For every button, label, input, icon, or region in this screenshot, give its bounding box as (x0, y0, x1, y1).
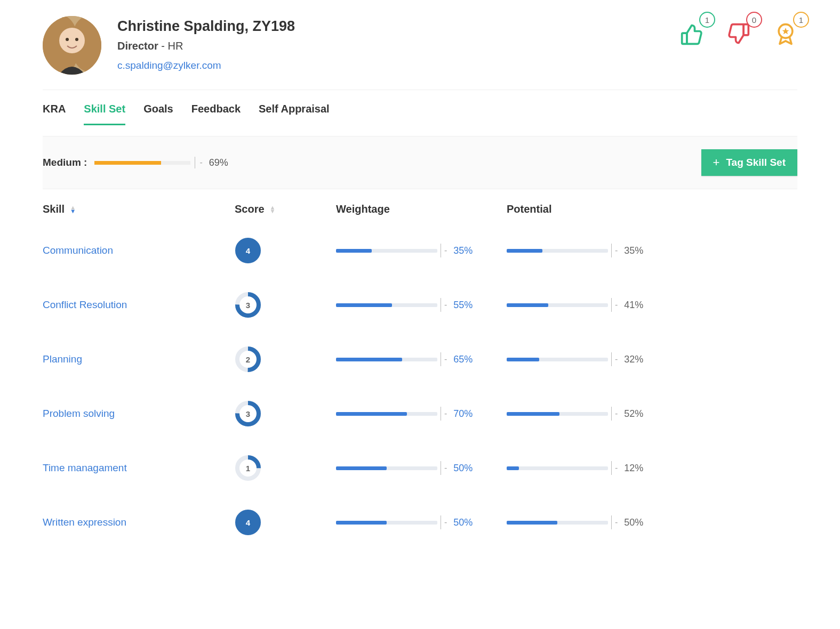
action-icons: 1 0 1 (680, 16, 797, 46)
profile-header: Christine Spalding, ZY198 Director - HR … (43, 16, 797, 90)
role-title: Director (117, 40, 158, 52)
tag-skill-set-button[interactable]: + Tag Skill Set (701, 149, 797, 176)
medium-fill (94, 161, 161, 165)
score-ring: 3 (235, 400, 261, 427)
th-weightage-label: Weightage (336, 203, 390, 215)
th-score[interactable]: Score ▲▼ (235, 203, 336, 215)
weightage-bar: - 55% (336, 298, 507, 312)
tabs: KRA Skill Set Goals Feedback Self Apprai… (43, 90, 797, 136)
person-role: Director - HR (117, 40, 680, 52)
weightage-bar: - 35% (336, 244, 507, 257)
potential-bar: - 41% (507, 298, 677, 312)
potential-bar: - 50% (507, 515, 677, 529)
medium-percent: 69% (209, 157, 228, 168)
table-row: Conflict Resolution 3 - 55% (43, 278, 797, 332)
role-dept: HR (167, 40, 183, 52)
dislike-count-badge: 0 (746, 12, 762, 28)
svg-rect-6 (682, 33, 687, 44)
weightage-value: 50% (453, 463, 473, 474)
score-ring: 2 (235, 346, 261, 373)
sort-icon: ▲▼ (70, 206, 76, 213)
score-ring: 4 (235, 509, 261, 536)
th-weightage: Weightage (336, 203, 507, 215)
skill-rows: Communication 4 - 35% - (43, 223, 797, 550)
skill-link[interactable]: Communication (43, 245, 113, 256)
tab-skill-set[interactable]: Skill Set (84, 103, 125, 125)
skill-link[interactable]: Written expression (43, 517, 126, 528)
th-skill[interactable]: Skill ▲▼ (43, 203, 235, 215)
potential-value: 32% (624, 354, 643, 365)
table-row: Problem solving 3 - 70% - (43, 386, 797, 441)
potential-value: 50% (624, 517, 643, 528)
weightage-bar: - 50% (336, 461, 507, 475)
plus-icon: + (713, 157, 720, 168)
score-value: 4 (239, 513, 257, 531)
svg-rect-7 (743, 25, 748, 35)
weightage-value: 35% (453, 245, 473, 256)
person-email[interactable]: c.spalding@zylker.com (117, 60, 680, 71)
avatar[interactable] (43, 16, 101, 75)
person-name: Christine Spalding, ZY198 (117, 18, 680, 35)
award-button[interactable]: 1 (774, 22, 797, 46)
skill-link[interactable]: Time managament (43, 462, 127, 473)
svg-point-5 (75, 38, 78, 41)
th-score-label: Score (235, 203, 265, 215)
potential-value: 12% (624, 463, 643, 474)
sort-icon: ▲▼ (270, 206, 276, 213)
weightage-value: 65% (453, 354, 473, 365)
table-header: Skill ▲▼ Score ▲▼ Weightage Potential (43, 189, 797, 223)
dislike-button[interactable]: 0 (727, 22, 750, 46)
svg-point-4 (66, 38, 69, 41)
like-count-badge: 1 (699, 12, 715, 28)
medium-track (94, 161, 190, 165)
score-value: 2 (235, 346, 261, 373)
medium-row: Medium : - 69% + Tag Skill Set (43, 136, 797, 189)
weightage-value: 70% (453, 408, 473, 420)
tab-kra[interactable]: KRA (43, 103, 66, 125)
table-row: Planning 2 - 65% - (43, 332, 797, 386)
weightage-bar: - 70% (336, 407, 507, 421)
potential-value: 35% (624, 245, 643, 256)
weightage-bar: - 50% (336, 515, 507, 529)
score-ring: 4 (235, 237, 261, 264)
skill-link[interactable]: Conflict Resolution (43, 299, 127, 310)
person-info: Christine Spalding, ZY198 Director - HR … (117, 16, 680, 71)
like-button[interactable]: 1 (680, 22, 703, 46)
tag-button-label: Tag Skill Set (726, 157, 786, 168)
score-value: 4 (239, 241, 257, 260)
weightage-value: 55% (453, 300, 473, 311)
potential-bar: - 35% (507, 244, 677, 257)
potential-value: 52% (624, 408, 643, 420)
potential-bar: - 12% (507, 461, 677, 475)
score-value: 1 (235, 455, 261, 481)
th-skill-label: Skill (43, 203, 65, 215)
medium-label: Medium : (43, 157, 87, 168)
role-separator: - (161, 40, 167, 52)
table-row: Time managament 1 - 50% - (43, 441, 797, 495)
weightage-value: 50% (453, 517, 473, 528)
score-ring: 1 (235, 455, 261, 481)
skill-link[interactable]: Problem solving (43, 408, 115, 419)
potential-bar: - 52% (507, 407, 677, 421)
table-row: Written expression 4 - 50% (43, 495, 797, 550)
th-potential: Potential (507, 203, 677, 215)
potential-value: 41% (624, 300, 643, 311)
score-ring: 3 (235, 292, 261, 318)
th-potential-label: Potential (507, 203, 551, 215)
skill-link[interactable]: Planning (43, 353, 82, 365)
weightage-bar: - 65% (336, 352, 507, 366)
dash: - (199, 158, 202, 167)
award-count-badge: 1 (793, 12, 809, 28)
tick-icon (195, 157, 195, 168)
svg-point-3 (59, 28, 85, 53)
tab-goals[interactable]: Goals (143, 103, 173, 125)
score-value: 3 (235, 400, 261, 427)
medium-bar: - 69% (94, 157, 228, 168)
tab-feedback[interactable]: Feedback (191, 103, 241, 125)
table-row: Communication 4 - 35% - (43, 223, 797, 278)
potential-bar: - 32% (507, 352, 677, 366)
score-value: 3 (235, 292, 261, 318)
tab-self-appraisal[interactable]: Self Appraisal (259, 103, 330, 125)
